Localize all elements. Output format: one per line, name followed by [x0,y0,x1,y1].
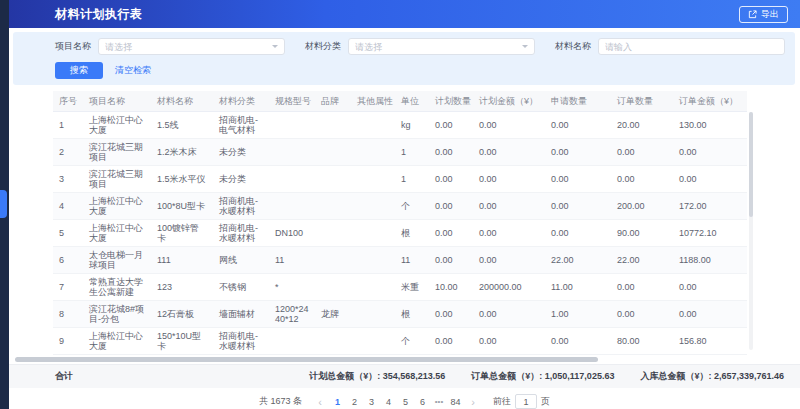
previous-page-button[interactable]: ‹ [313,395,327,409]
vertical-scrollbar-thumb[interactable] [749,112,753,217]
project-name-select-input[interactable] [105,42,268,52]
table-cell [351,301,395,328]
table-cell: 未分类 [213,166,269,193]
table-cell: 9 [53,328,83,355]
table-cell: 6 [53,247,83,274]
page-button-5[interactable]: 5 [398,394,413,409]
table-cell: 0.00 [545,220,611,247]
table-cell: 1 [395,166,429,193]
filter-panel: 项目名称 材料分类 材料名称 [13,32,795,85]
page-button-1[interactable]: 1 [330,394,345,409]
table-cell [351,328,395,355]
table-cell: 0.00 [473,247,545,274]
search-button[interactable]: 搜索 [55,62,103,79]
project-name-label: 项目名称 [55,40,91,53]
table-cell: 4 [53,193,83,220]
column-header-5: 品牌 [315,91,351,112]
next-page-button[interactable]: › [466,395,480,409]
column-header-9: 计划金额（¥） [473,91,545,112]
vertical-scrollbar[interactable] [749,112,753,350]
page-button-6[interactable]: 6 [415,394,430,409]
table-cell [315,139,351,166]
table-cell [351,193,395,220]
material-name-input[interactable] [605,42,778,52]
column-header-12: 订单金额（¥） [673,91,747,112]
table-cell [351,166,395,193]
table-cell: 0.00 [545,112,611,139]
table-cell: 网线 [213,247,269,274]
sidebar-expand-handle[interactable] [0,190,7,218]
horizontal-scrollbar[interactable] [15,357,792,362]
clear-search-button[interactable]: 清空检索 [115,64,151,77]
column-header-0: 序号 [53,91,83,112]
table-cell: 0.00 [429,328,473,355]
table-cell: 123 [151,274,213,301]
table-cell: 0.00 [611,274,673,301]
table-cell: 0.00 [473,220,545,247]
column-header-2: 材料名称 [151,91,213,112]
page-button-3[interactable]: 3 [364,394,379,409]
material-category-select[interactable] [348,38,535,55]
export-button[interactable]: 导出 [739,6,788,23]
material-category-select-input[interactable] [355,42,518,52]
collapsed-sidebar[interactable] [0,0,9,409]
table-cell: 0.00 [429,193,473,220]
table-row[interactable]: 9上海松江中心大厦150*10U型卡招商机电-水暖材料个0.000.000.00… [53,328,747,355]
table-cell: 招商机电-电气材料 [213,112,269,139]
table-cell [351,112,395,139]
column-header-7: 单位 [395,91,429,112]
column-header-8: 计划数量 [429,91,473,112]
table-cell: 1 [395,139,429,166]
table-row[interactable]: 5上海松江中心大厦100镀锌管卡招商机电-水暖材料DN100根0.000.000… [53,220,747,247]
table-row[interactable]: 7常熟直达大学生公寓新建123不锈钢*米重10.00200000.0011.00… [53,274,747,301]
table-cell [269,328,315,355]
table-row[interactable]: 3滨江花城三期项目1.5米水平仪未分类10.000.000.000.000.00 [53,166,747,193]
pagination: 共 1673 条 ‹ 123456•••84 › 前往 页 [9,388,800,409]
column-header-1: 项目名称 [83,91,151,112]
table-cell [269,112,315,139]
page-button-4[interactable]: 4 [381,394,396,409]
table-row[interactable]: 1上海松江中心大厦1.5线招商机电-电气材料kg0.000.000.0020.0… [53,112,747,139]
table-body: 1上海松江中心大厦1.5线招商机电-电气材料kg0.000.000.0020.0… [53,112,747,355]
table-row[interactable]: 8滨江花城8#项目-分包12石膏板墙面辅材1200*2440*12龙牌根0.00… [53,301,747,328]
table-cell: 根 [395,301,429,328]
main-content: 材料计划执行表 导出 项目名称 [9,0,800,409]
table-cell: 0.00 [545,166,611,193]
table-cell: 80.00 [611,328,673,355]
page-ellipsis: ••• [432,397,446,406]
table-row[interactable]: 2滨江花城三期项目1.2米木床未分类10.000.000.000.000.00 [53,139,747,166]
goto-page-input[interactable] [515,394,537,409]
summary-item: 入库总金额（¥）: 2,657,339,761.46 [640,370,784,383]
table-cell: 0.00 [545,139,611,166]
table-cell: 0.00 [673,139,747,166]
table-cell: 11.00 [545,274,611,301]
table-cell: 11 [395,247,429,274]
table-cell: 0.00 [545,328,611,355]
material-name-field[interactable] [598,38,785,55]
horizontal-scrollbar-thumb[interactable] [15,357,598,362]
column-header-11: 订单数量 [611,91,673,112]
table-cell [315,166,351,193]
table-cell: 0.00 [429,220,473,247]
table-row[interactable]: 6太仓电梯一月球项目111网线11110.000.0022.0022.00118… [53,247,747,274]
table-cell: 150*10U型卡 [151,328,213,355]
goto-page: 前往 页 [493,394,550,409]
table-cell: 0.00 [611,166,673,193]
table-row[interactable]: 4上海松江中心大厦100*8U型卡招商机电-水暖材料个0.000.000.002… [53,193,747,220]
table-cell: 招商机电-水暖材料 [213,328,269,355]
table-cell: 个 [395,193,429,220]
materials-table-area: 序号项目名称材料名称材料分类规格型号品牌其他属性单位计划数量计划金额（¥）申请数… [9,85,800,355]
table-cell: 滨江花城三期项目 [83,166,151,193]
table-cell: 上海松江中心大厦 [83,328,151,355]
table-cell: 个 [395,328,429,355]
page-button-84[interactable]: 84 [448,394,463,409]
table-cell: 22.00 [545,247,611,274]
table-cell: 100镀锌管卡 [151,220,213,247]
table-cell: 太仓电梯一月球项目 [83,247,151,274]
table-cell: 0.00 [429,301,473,328]
project-name-select[interactable] [98,38,285,55]
table-cell: 米重 [395,274,429,301]
table-cell: 111 [151,247,213,274]
page-button-2[interactable]: 2 [347,394,362,409]
summary-bar: 合计 计划总金额（¥）: 354,568,213.56订单总金额（¥）: 1,0… [9,364,800,388]
